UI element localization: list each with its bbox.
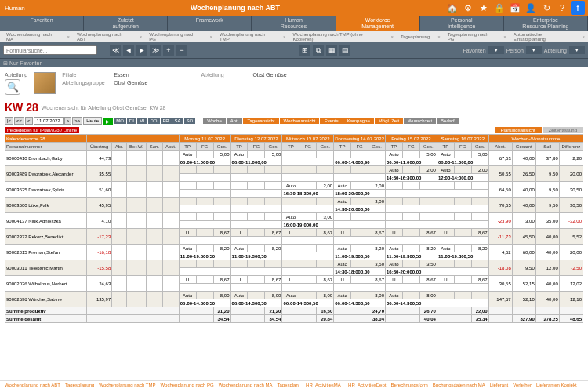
- close-tab-icon[interactable]: ×: [387, 34, 397, 40]
- cell-fg[interactable]: [454, 276, 471, 284]
- cell-tp[interactable]: U: [179, 229, 196, 237]
- cell-tp[interactable]: [230, 198, 248, 205]
- cell-fg[interactable]: [454, 292, 471, 299]
- go-button[interactable]: ▶: [103, 118, 113, 125]
- footer-link[interactable]: Buchungsdaten nach MA: [433, 383, 485, 387]
- cell-time[interactable]: [179, 284, 230, 292]
- cell-fg[interactable]: [402, 245, 419, 252]
- cell-tp[interactable]: U: [230, 276, 248, 284]
- cell-tp[interactable]: [282, 151, 299, 158]
- menu-item[interactable]: Framework: [168, 16, 252, 31]
- cell-time[interactable]: [437, 221, 488, 229]
- date-field[interactable]: 11.07.2022: [34, 117, 64, 125]
- cell-time[interactable]: [386, 237, 437, 245]
- cell-tp[interactable]: U: [334, 276, 351, 284]
- cell-time[interactable]: [230, 284, 282, 292]
- cell-fg[interactable]: [248, 245, 265, 252]
- cell-tp[interactable]: U: [282, 276, 299, 284]
- cell-time[interactable]: 06:00-14:300,50: [386, 299, 437, 307]
- cell-time[interactable]: [386, 284, 437, 292]
- cell-tp[interactable]: [334, 151, 351, 158]
- cell-fg[interactable]: [454, 260, 471, 268]
- cell-fg[interactable]: [454, 151, 471, 158]
- view-button[interactable]: Woche: [203, 118, 226, 124]
- cell-tp[interactable]: U: [437, 276, 454, 284]
- cell-time[interactable]: [179, 237, 230, 245]
- cell-fg[interactable]: [402, 166, 419, 174]
- cell-time[interactable]: [230, 221, 282, 229]
- cell-fg[interactable]: [402, 292, 419, 299]
- grid4-icon[interactable]: ▤: [339, 45, 350, 56]
- cell-time[interactable]: [334, 221, 386, 229]
- person-dropdown[interactable]: ▾: [526, 46, 542, 54]
- close-tab-icon[interactable]: ×: [207, 34, 216, 40]
- cell-fg[interactable]: [248, 229, 265, 237]
- view-button[interactable]: Wunschzeit: [404, 118, 436, 124]
- nav-prev-icon[interactable]: ◄: [123, 45, 134, 56]
- cell-fg[interactable]: [351, 276, 368, 284]
- grid3-icon[interactable]: ▦: [326, 45, 337, 56]
- cell-tp[interactable]: U: [230, 229, 248, 237]
- fav-bar[interactable]: ⊞ Nur Favoriten: [0, 58, 588, 67]
- cell-fg[interactable]: [248, 292, 265, 299]
- day-toggle[interactable]: MO: [114, 118, 126, 124]
- cell-time[interactable]: [437, 299, 488, 307]
- cell-tp[interactable]: Auto: [179, 292, 196, 299]
- footer-link[interactable]: Wochenplanung nach TMP: [99, 383, 155, 387]
- cell-fg[interactable]: [402, 213, 419, 221]
- cell-time[interactable]: [437, 268, 488, 276]
- cell-fg[interactable]: [196, 229, 213, 237]
- footer-link[interactable]: _HR_ActivitiesMA: [303, 383, 341, 387]
- footer-link[interactable]: Verleiher: [513, 383, 532, 387]
- cell-time[interactable]: [334, 237, 386, 245]
- cell-tp[interactable]: Auto: [230, 151, 248, 158]
- footer-link[interactable]: Lieferanten Konjekt: [536, 383, 577, 387]
- cell-fg[interactable]: [196, 198, 213, 205]
- day-toggle[interactable]: SO: [184, 118, 196, 124]
- grid1-icon[interactable]: ⊞: [299, 45, 310, 56]
- menu-item[interactable]: Zuletztaufgerufen: [84, 16, 168, 31]
- cell-time[interactable]: [179, 268, 230, 276]
- close-tab-icon[interactable]: ×: [136, 34, 146, 40]
- table-row[interactable]: 90002015 Preman,Stefan-16,18Auto8,20Auto…: [5, 245, 583, 252]
- cell-tp[interactable]: Auto: [334, 260, 351, 268]
- cell-time[interactable]: 06:00-11:000,00: [179, 158, 230, 166]
- sub-tab[interactable]: Wochenplanung nach TMP (ohne Kopieren): [290, 31, 387, 42]
- table-row[interactable]: 90003489 Dworatzek,Alexander35,55Auto2,0…: [5, 166, 583, 174]
- tab-zeiterfassung[interactable]: Zeiterfassung: [543, 127, 583, 133]
- cell-fg[interactable]: [351, 229, 368, 237]
- cell-fg[interactable]: [299, 198, 317, 205]
- cell-fg[interactable]: [299, 292, 317, 299]
- footer-link[interactable]: Wochenplanung nach MA: [219, 383, 273, 387]
- cell-fg[interactable]: [196, 245, 213, 252]
- cell-fg[interactable]: [299, 276, 317, 284]
- cell-fg[interactable]: [299, 260, 317, 268]
- cell-time[interactable]: 06:00-11:000,00: [230, 158, 282, 166]
- cell-time[interactable]: [282, 205, 334, 213]
- date-nav[interactable]: <<: [14, 117, 24, 125]
- person-icon[interactable]: 👤: [524, 1, 538, 15]
- facebook-icon[interactable]: f: [571, 1, 585, 15]
- cell-tp[interactable]: Auto: [334, 245, 351, 252]
- cell-fg[interactable]: [299, 182, 317, 190]
- cell-fg[interactable]: [299, 245, 317, 252]
- cell-tp[interactable]: Auto: [230, 292, 248, 299]
- cell-fg[interactable]: [196, 166, 213, 174]
- cell-fg[interactable]: [248, 151, 265, 158]
- cell-time[interactable]: 06:00-14:300,50: [334, 299, 386, 307]
- cell-fg[interactable]: [351, 260, 368, 268]
- cell-time[interactable]: 14:30-20:000,00: [334, 205, 386, 213]
- cell-tp[interactable]: Auto: [437, 245, 454, 252]
- table-row[interactable]: 90002372 Rekorz,Benedikt-17,23U8,67U8,67…: [5, 229, 583, 237]
- cell-fg[interactable]: [402, 151, 419, 158]
- cell-fg[interactable]: [196, 260, 213, 268]
- cell-tp[interactable]: [437, 260, 454, 268]
- cell-fg[interactable]: [402, 260, 419, 268]
- cell-fg[interactable]: [248, 198, 265, 205]
- cell-fg[interactable]: [351, 198, 368, 205]
- cell-fg[interactable]: [196, 213, 213, 221]
- cell-fg[interactable]: [248, 166, 265, 174]
- cell-fg[interactable]: [402, 198, 419, 205]
- day-toggle[interactable]: DI: [127, 118, 136, 124]
- sub-tab[interactable]: Wochenplanung nach MA: [3, 31, 63, 42]
